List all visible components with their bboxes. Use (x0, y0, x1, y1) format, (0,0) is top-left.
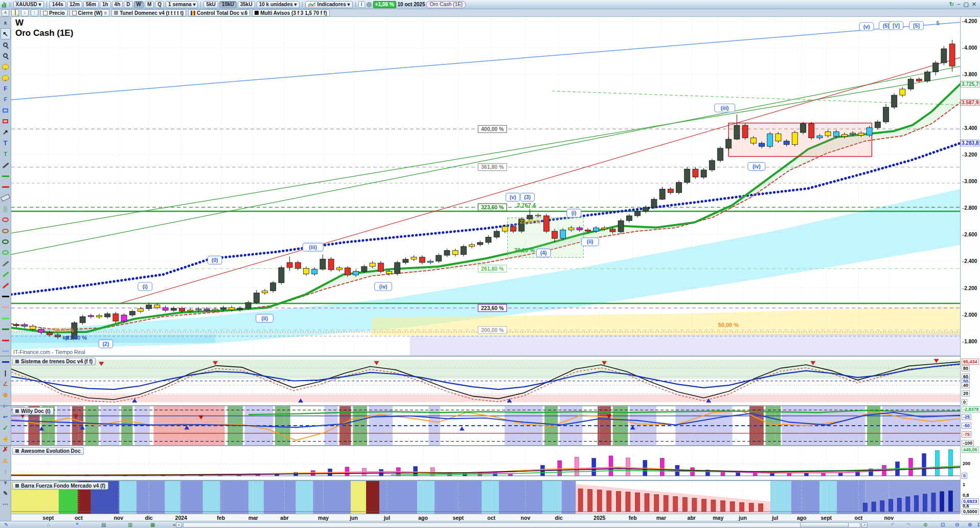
angle-tool-icon[interactable]: ∠ (1, 379, 11, 389)
ruler-tool-icon[interactable] (1, 192, 11, 203)
symbol-select[interactable]: XAUUSD ▾ (13, 1, 44, 8)
rect-red-tool-icon[interactable] (1, 116, 11, 127)
panel-sistema-trenes[interactable] (11, 357, 960, 405)
instrument-chip[interactable]: Oro Cash (1E) (426, 1, 465, 8)
timeframe-M[interactable]: M (145, 1, 154, 8)
collapse-left-icon[interactable]: « (173, 521, 176, 528)
alarm-assistant-icon[interactable] (1, 61, 11, 72)
hline-lightblue-tool-icon[interactable] (1, 346, 11, 357)
chart-settings-icon[interactable]: ⊛ (923, 521, 927, 528)
news-icon[interactable]: ▤ (101, 521, 106, 528)
ellipse-green-tool-icon[interactable] (1, 247, 11, 258)
panel-label-awesome[interactable]: Awesome Evolution Doc (12, 447, 84, 455)
undo-icon[interactable]: ↶ (891, 521, 895, 528)
warning-tool-icon[interactable]: ⚠ (1, 455, 11, 466)
diagonal-red-tool-icon[interactable] (1, 280, 11, 291)
segment-tool-icon[interactable] (1, 160, 11, 170)
text-tool-icon[interactable]: T (1, 138, 11, 148)
hline-brightgreen-tool-icon[interactable] (1, 313, 11, 324)
checkbox[interactable] (43, 11, 48, 15)
legend-item-5[interactable]: Multi Avisos (3 f 3 1,5 70 f f) (252, 9, 329, 16)
checkbox[interactable] (72, 11, 77, 15)
panel-barra-fuerza[interactable] (11, 481, 960, 514)
ellipse-red-tool-icon[interactable] (1, 214, 11, 225)
timeframe-Q[interactable]: Q (155, 1, 164, 8)
redo-icon[interactable]: ↷ (906, 521, 910, 528)
panel-label-trenes[interactable]: Sistema de trenes Doc v4 (f f) (12, 358, 96, 365)
letters-tool-icon[interactable]: a+ (1, 411, 11, 422)
note-tool-icon[interactable]: T (1, 149, 11, 160)
hline-red-tool-icon[interactable] (1, 335, 11, 345)
signals-icon[interactable]: ▥ (128, 521, 132, 528)
pattern-tool-icon[interactable]: ▒ (1, 204, 11, 214)
legend-item-3[interactable]: Tunel Domenec v4 (t t t t t) (111, 9, 186, 16)
more-tools-chevron-icon[interactable]: ∨ (1, 477, 11, 488)
timeframe-4h[interactable]: 4h (112, 1, 123, 8)
vline-tool-icon[interactable]: | (1, 368, 11, 379)
info-icon[interactable]: i (358, 1, 365, 8)
main-price-chart[interactable]: 2.767,423,60 %38,20 %50,00 %50,00 %61,80… (11, 17, 960, 356)
fibonacci-tool-icon[interactable]: F (1, 83, 11, 94)
diagonal-green-tool-icon[interactable] (1, 269, 11, 280)
timeframe-12m[interactable]: 12m (67, 1, 82, 8)
diagonal-gray-tool-icon[interactable] (1, 258, 11, 269)
minimize-button[interactable]: – (955, 1, 962, 7)
hline-navy-tool-icon[interactable] (1, 357, 11, 367)
pointer-tool-icon[interactable]: ↖ (1, 28, 11, 39)
panel-label-barra[interactable]: Barra Fuerza Fondo Mercado v4 (f) (12, 482, 108, 490)
legend-item-2[interactable]: Cierre (W)≡ (70, 9, 110, 16)
volume-5kU[interactable]: 5kU (203, 1, 218, 8)
zoom-area-tool-icon[interactable] (1, 50, 11, 61)
chat-icon[interactable]: ❝ (76, 521, 78, 528)
validate-tool-icon[interactable]: ✓ (1, 422, 11, 433)
alarm-icon[interactable] (11, 9, 19, 16)
hline-green-tool-icon[interactable] (1, 324, 11, 335)
close-button[interactable]: ✕ (970, 1, 978, 7)
chart-window-icon[interactable]: ▦ (150, 521, 155, 528)
zoom-out-icon[interactable]: ⊖ (955, 521, 959, 528)
timeframe-D[interactable]: D (124, 1, 132, 8)
price-axis[interactable]: 4.2004.0003.8003.4003.2003.0002.8002.600… (960, 17, 980, 514)
timeframe-W[interactable]: W (134, 1, 144, 8)
period-select[interactable]: 1 semana ▾ (166, 1, 198, 8)
hline-salmon-tool-icon[interactable] (1, 302, 11, 313)
hline-green-dot-icon[interactable] (1, 170, 11, 181)
hline-black-tool-icon[interactable] (1, 291, 11, 302)
hline-red-dot-icon[interactable] (1, 182, 11, 192)
collapse-icon[interactable]: ∧ (1, 17, 11, 28)
indicators-button[interactable]: Indicadores ▾ (305, 1, 353, 8)
collapse-toolbar-icon[interactable]: ∧ (2, 9, 9, 16)
draw-notes-icon[interactable]: ✎ (4, 521, 8, 528)
alert-down-icon[interactable]: ↓ (21, 9, 29, 16)
arrow-up-tool-icon[interactable]: ↑ (1, 466, 11, 477)
scrollbar-thumb[interactable] (800, 522, 849, 527)
scroll-right-button[interactable]: > (861, 522, 868, 527)
panel-willy[interactable] (11, 406, 960, 445)
legend-item-1[interactable]: Precio (40, 9, 67, 16)
refresh-icon[interactable]: ↻ (948, 1, 955, 7)
alert-up-icon[interactable]: ↑ (31, 9, 38, 16)
scroll-left-button[interactable]: < (176, 522, 182, 527)
volume-10kU[interactable]: 10kU (219, 1, 237, 8)
rect-blue-tool-icon[interactable] (1, 105, 11, 116)
more-dots-icon[interactable]: ⋯ (1, 499, 11, 510)
share-icon[interactable]: ∴ (47, 521, 50, 528)
order-journal-icon[interactable]: ✎ (1, 488, 11, 499)
units-select[interactable]: 10 k unidades ▾ (257, 1, 300, 8)
timeframe-1h[interactable]: 1h (100, 1, 111, 8)
timeframe-144s[interactable]: 144s (50, 1, 66, 8)
horizontal-scrollbar[interactable] (183, 522, 860, 527)
ellipse-darkgreen-tool-icon[interactable] (1, 236, 11, 247)
like-tool-icon[interactable]: ☝ (1, 433, 11, 444)
time-axis[interactable]: septoctnovdic2024febmarabrmayjunjulagose… (11, 514, 960, 521)
restore-button[interactable]: ▢ (962, 1, 970, 7)
circle-plus-tool-icon[interactable]: ⊕ (1, 389, 11, 400)
timeframe-56m[interactable]: 56m (83, 1, 99, 8)
panel-label-willy[interactable]: Willy Doc (t) (12, 407, 54, 415)
alarm-tool-icon[interactable] (1, 72, 11, 83)
volume-35kU[interactable]: 35kU (238, 1, 255, 8)
zoom-tool-icon[interactable] (1, 39, 11, 50)
panel-awesome[interactable] (11, 446, 960, 480)
zoom-in-icon[interactable]: ⊕ (968, 521, 972, 528)
ellipse-brown-tool-icon[interactable] (1, 225, 11, 236)
